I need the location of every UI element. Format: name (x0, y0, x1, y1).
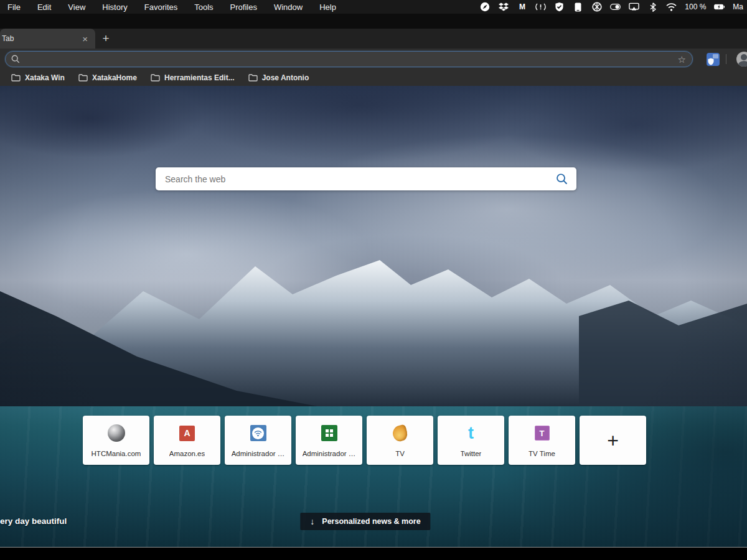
shortcut-label: Administrador … (303, 450, 356, 457)
bookmark-folder-herramientas[interactable]: Herramientas Edit... (146, 72, 240, 84)
menu-view[interactable]: View (68, 2, 85, 12)
menu-file[interactable]: File (7, 2, 21, 12)
menu-favorites[interactable]: Favorites (144, 2, 177, 12)
window-top-strip (0, 14, 747, 29)
wallpaper-vignette (0, 86, 747, 547)
screen: File Edit View History Favorites Tools P… (0, 0, 747, 560)
shortcut-label: TV (395, 450, 405, 457)
personalized-news-button[interactable]: ↓ Personalized news & more (300, 513, 430, 530)
avatar-body (738, 61, 747, 67)
wallpaper-caption: ery day beautiful (0, 516, 67, 526)
dropbox-icon[interactable] (498, 2, 509, 12)
twitter-bird-favicon: t (468, 425, 474, 442)
down-arrow-icon: ↓ (310, 516, 314, 526)
folder-icon (151, 74, 160, 82)
bookmarks-bar: Xataka Win XatakaHome Herramientas Edit.… (0, 70, 747, 86)
desktop-background (0, 548, 747, 560)
shortcut-tiles: HTCMania.com A Amazon.es Administrador …… (83, 416, 646, 465)
shortcut-label: HTCMania.com (92, 450, 141, 457)
shield-glyph-icon (708, 58, 714, 65)
menu-edit[interactable]: Edit (37, 2, 51, 12)
shortcut-label: Administrador … (232, 450, 285, 457)
menu-history[interactable]: History (102, 2, 127, 12)
new-tab-page: HTCMania.com A Amazon.es Administrador …… (0, 86, 747, 547)
menu-status-area: M 100 % (479, 2, 743, 12)
folder-icon (11, 74, 21, 82)
web-search-box[interactable] (156, 167, 576, 190)
shortcut-label: Twitter (461, 450, 482, 457)
address-bar[interactable]: ☆ (5, 51, 693, 67)
folder-icon (248, 74, 258, 82)
tv-pear-favicon (391, 424, 408, 442)
menu-clock-label[interactable]: Ma (733, 2, 743, 11)
shortcut-label: TV Time (529, 450, 555, 457)
profile-avatar[interactable] (736, 52, 747, 67)
bluetooth-icon[interactable] (647, 2, 658, 12)
tv-time-favicon: T (535, 426, 550, 441)
macos-menu-bar: File Edit View History Favorites Tools P… (0, 0, 747, 14)
wifi-icon[interactable] (666, 2, 677, 12)
bookmark-folder-xataka-win[interactable]: Xataka Win (6, 72, 70, 84)
shortcut-administrador-1[interactable]: Administrador … (225, 416, 291, 465)
tab-strip: Tab × + (0, 29, 747, 49)
menu-window[interactable]: Window (274, 2, 303, 12)
menu-help[interactable]: Help (319, 2, 336, 12)
tab-close-icon[interactable]: × (80, 34, 90, 44)
address-search-icon (11, 55, 20, 63)
shortcut-htcmania[interactable]: HTCMania.com (83, 416, 149, 465)
bookmark-folder-jose-antonio[interactable]: Jose Antonio (243, 72, 314, 84)
address-bar-input[interactable] (25, 55, 674, 64)
bookmark-folder-xatakahome[interactable]: XatakaHome (73, 72, 142, 84)
folder-icon (78, 74, 88, 82)
display-mirror-icon[interactable] (629, 2, 639, 12)
avatar-head (741, 54, 747, 60)
add-shortcut-tile[interactable]: + (580, 416, 646, 465)
bookmark-label: Jose Antonio (262, 73, 309, 82)
toggle-icon[interactable] (610, 2, 621, 12)
browser-toolbar: ☆ (0, 49, 747, 70)
toolbar-divider (726, 54, 726, 64)
bookmark-label: Xataka Win (25, 73, 65, 82)
shortcut-tv[interactable]: TV (367, 416, 433, 465)
shortcut-label: Amazon.es (169, 450, 205, 457)
new-tab-button[interactable]: + (98, 31, 113, 46)
tab-new-tab[interactable]: Tab × (0, 29, 95, 49)
amazon-favicon: A (179, 426, 195, 441)
plus-icon: + (607, 431, 619, 450)
tab-title: Tab (2, 34, 80, 43)
administrador-wifi-favicon (250, 425, 266, 441)
menu-tools[interactable]: Tools (194, 2, 213, 12)
htcmania-favicon (108, 424, 125, 442)
battery-charging-icon[interactable] (714, 2, 725, 12)
shortcut-twitter[interactable]: t Twitter (438, 416, 504, 465)
extension-shield-icon[interactable] (707, 53, 720, 66)
shield-check-icon[interactable] (554, 2, 565, 12)
battery-percent-label: 100 % (685, 2, 706, 11)
bookmark-label: XatakaHome (92, 73, 137, 82)
wheel-icon[interactable] (591, 2, 602, 12)
news-button-label: Personalized news & more (322, 517, 420, 526)
favorite-star-icon[interactable]: ☆ (678, 55, 686, 64)
broadcast-alert-icon[interactable] (535, 2, 546, 12)
shortcut-amazon[interactable]: A Amazon.es (154, 416, 220, 465)
bookmark-label: Herramientas Edit... (164, 73, 235, 82)
device-icon[interactable] (573, 2, 583, 12)
shortcut-tv-time[interactable]: T TV Time (509, 416, 575, 465)
shortcut-administrador-2[interactable]: Administrador … (296, 416, 362, 465)
location-icon[interactable] (479, 2, 490, 12)
menu-profiles[interactable]: Profiles (230, 2, 257, 12)
administrador-grid-favicon (321, 425, 337, 441)
malwarebytes-icon[interactable]: M (517, 2, 527, 12)
web-search-icon[interactable] (556, 173, 568, 185)
web-search-input[interactable] (165, 174, 556, 184)
